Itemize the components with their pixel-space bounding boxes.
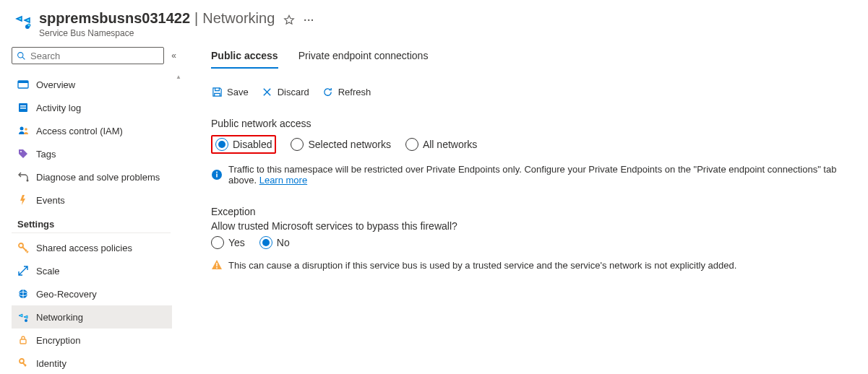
svg-point-16 (25, 319, 27, 322)
warning-message: This can cause a disruption if this serv… (211, 259, 854, 271)
svg-point-23 (216, 267, 218, 269)
svg-rect-17 (20, 339, 26, 344)
activity-log-icon (17, 102, 29, 113)
sidebar-item-overview[interactable]: Overview (12, 73, 172, 96)
public-network-access-radio-group: Disabled Selected networks All networks (211, 135, 854, 154)
sidebar-item-label: Diagnose and solve problems (36, 172, 160, 183)
sidebar-item-networking[interactable]: Networking (12, 305, 172, 329)
scroll-up-arrow-icon[interactable]: ▲ (175, 73, 182, 80)
page-title: sppremsbusns031422 | Networking ··· (39, 10, 314, 27)
main-content: Public access Private endpoint connectio… (182, 41, 868, 374)
radio-icon (215, 138, 228, 151)
learn-more-link[interactable]: Learn more (259, 175, 307, 186)
svg-rect-8 (20, 108, 26, 109)
svg-point-10 (25, 128, 27, 131)
sidebar-item-label: Tags (36, 149, 56, 160)
refresh-icon (322, 86, 334, 97)
highlight-disabled-option: Disabled (211, 135, 276, 154)
public-network-access-label: Public network access (211, 118, 854, 129)
tags-icon (17, 148, 29, 160)
sidebar-item-label: Identity (36, 358, 66, 369)
more-icon[interactable]: ··· (304, 14, 314, 26)
radio-all-networks[interactable]: All networks (405, 138, 477, 151)
discard-icon (262, 86, 273, 97)
discard-label: Discard (278, 87, 309, 97)
search-input[interactable] (30, 51, 159, 61)
identity-icon (17, 357, 29, 369)
collapse-sidebar-icon[interactable]: « (171, 51, 176, 61)
sidebar-item-label: Encryption (36, 335, 80, 346)
networking-icon (17, 311, 29, 323)
refresh-button[interactable]: Refresh (322, 86, 371, 97)
info-text: Traffic to this namespace will be restri… (228, 164, 836, 186)
discard-button[interactable]: Discard (262, 86, 309, 97)
sidebar-item-label: Events (36, 195, 65, 206)
tabs: Public access Private endpoint connectio… (211, 45, 854, 69)
sidebar-item-label: Scale (36, 266, 60, 277)
svg-rect-20 (216, 174, 218, 178)
lock-icon (17, 334, 29, 346)
radio-label: No (277, 237, 290, 248)
service-bus-icon (14, 13, 32, 30)
radio-no[interactable]: No (259, 236, 290, 249)
scale-icon (17, 265, 29, 277)
radio-label: All networks (423, 139, 477, 150)
events-icon (17, 194, 29, 206)
info-message: Traffic to this namespace will be restri… (211, 164, 854, 186)
save-button[interactable]: Save (211, 86, 249, 97)
tab-private-endpoint-connections[interactable]: Private endpoint connections (298, 45, 429, 69)
radio-icon (405, 138, 418, 151)
tab-public-access[interactable]: Public access (211, 45, 278, 69)
sidebar-item-scale[interactable]: Scale (12, 259, 172, 282)
radio-disabled[interactable]: Disabled (215, 138, 272, 151)
svg-point-9 (20, 127, 24, 131)
radio-yes[interactable]: Yes (211, 236, 245, 249)
sidebar-item-label: Access control (IAM) (36, 126, 123, 136)
favorite-star-icon[interactable] (283, 14, 295, 26)
info-icon (211, 169, 223, 181)
svg-point-1 (27, 24, 30, 27)
sidebar-group-settings: Settings (12, 212, 171, 233)
svg-point-11 (20, 151, 22, 152)
page-header: sppremsbusns031422 | Networking ··· Serv… (0, 0, 868, 41)
sidebar-item-label: Shared access policies (36, 243, 132, 253)
sidebar-item-activity-log[interactable]: Activity log (12, 96, 172, 119)
sidebar-search[interactable] (12, 47, 164, 64)
svg-point-21 (216, 172, 218, 173)
sidebar-item-encryption[interactable]: Encryption (12, 329, 172, 352)
page-section: Networking (202, 10, 275, 27)
sidebar-item-label: Activity log (36, 103, 81, 113)
radio-selected-networks[interactable]: Selected networks (291, 138, 390, 151)
sidebar-item-shared-access-policies[interactable]: Shared access policies (12, 236, 172, 259)
sidebar-item-geo-recovery[interactable]: Geo-Recovery (12, 282, 172, 305)
diagnose-icon (17, 171, 29, 183)
sidebar-item-events[interactable]: Events (12, 188, 172, 212)
access-control-icon (17, 125, 29, 136)
refresh-label: Refresh (338, 87, 371, 97)
sidebar-item-diagnose[interactable]: Diagnose and solve problems (12, 165, 172, 188)
svg-point-12 (27, 180, 29, 182)
sidebar: « Overview Activity log Access control (… (0, 41, 182, 374)
search-icon (17, 51, 26, 61)
resource-type: Service Bus Namespace (39, 28, 314, 38)
save-icon (211, 86, 223, 97)
radio-label: Selected networks (308, 139, 390, 150)
toolbar: Save Discard Refresh (211, 86, 854, 97)
save-label: Save (227, 87, 249, 97)
radio-icon (211, 236, 224, 249)
overview-icon (17, 79, 29, 90)
sidebar-scrollbar[interactable]: ▲ (175, 73, 182, 374)
svg-point-2 (18, 52, 23, 57)
warning-icon (211, 259, 223, 271)
exception-label: Exception (211, 206, 854, 217)
key-icon (17, 242, 29, 253)
sidebar-item-identity[interactable]: Identity (12, 352, 172, 374)
sidebar-item-access-control[interactable]: Access control (IAM) (12, 119, 172, 142)
radio-icon (259, 236, 272, 249)
sidebar-item-tags[interactable]: Tags (12, 142, 172, 165)
radio-label: Disabled (233, 139, 272, 150)
svg-rect-5 (18, 81, 28, 83)
warning-text: This can cause a disruption if this serv… (228, 260, 736, 271)
globe-icon (17, 288, 29, 300)
sidebar-item-label: Networking (36, 312, 83, 323)
